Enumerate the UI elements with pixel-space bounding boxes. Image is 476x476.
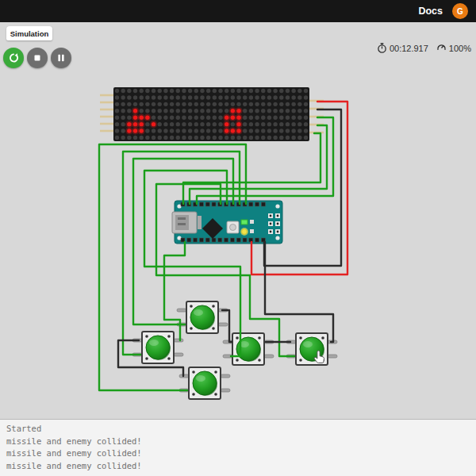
matrix-led-off: [304, 129, 308, 132]
matrix-led-on: [140, 116, 144, 120]
arduino-pin[interactable]: [205, 202, 209, 206]
pushbutton-cap[interactable]: [193, 371, 217, 395]
avatar[interactable]: G: [452, 3, 468, 19]
matrix-led-off: [194, 109, 198, 113]
matrix-led-off: [304, 89, 308, 93]
matrix-led-off: [243, 122, 247, 126]
pushbutton-right[interactable]: [286, 333, 337, 365]
arduino-pin[interactable]: [255, 202, 259, 206]
matrix-led-off: [225, 89, 228, 93]
arduino-pin[interactable]: [261, 202, 265, 206]
matrix-led-off: [182, 102, 186, 106]
matrix-led-off: [261, 122, 265, 126]
matrix-led-off: [115, 89, 119, 93]
matrix-led-off: [182, 109, 186, 113]
matrix-led-off: [261, 102, 265, 106]
arduino-pin[interactable]: [212, 202, 216, 206]
stop-simulation-button[interactable]: [27, 48, 48, 68]
matrix-led-off: [304, 109, 308, 113]
arduino-pin[interactable]: [187, 238, 191, 242]
pushbutton-cap[interactable]: [190, 305, 214, 329]
matrix-led-off: [243, 89, 247, 93]
matrix-led-off: [188, 89, 192, 93]
matrix-led-off: [170, 95, 174, 99]
matrix-led-off: [145, 129, 149, 132]
matrix-led-off: [267, 102, 271, 106]
arduino-pin[interactable]: [225, 238, 228, 242]
wire-black-12[interactable]: [265, 242, 333, 342]
arduino-pin[interactable]: [218, 238, 222, 242]
matrix-led-off: [206, 129, 210, 132]
matrix-led-off: [273, 122, 277, 126]
arduino-pin[interactable]: [199, 202, 203, 206]
pushbutton-screw: [299, 336, 302, 340]
matrix-led-off: [255, 89, 259, 93]
matrix-led-off: [298, 136, 301, 140]
tab-simulation[interactable]: Simulation: [6, 26, 52, 40]
matrix-led-off: [115, 109, 119, 113]
matrix-led-off: [152, 102, 155, 106]
pushbutton-left[interactable]: [132, 332, 183, 363]
matrix-led-off: [255, 109, 259, 113]
matrix-led-off: [163, 116, 167, 120]
matrix-led-off: [121, 136, 125, 140]
arduino-nano[interactable]: [172, 201, 282, 244]
matrix-led-off: [291, 116, 295, 120]
matrix-led-off: [145, 89, 149, 93]
arduino-pin[interactable]: [199, 238, 203, 242]
arduino-pin[interactable]: [236, 238, 240, 242]
arduino-pin[interactable]: [249, 202, 253, 206]
matrix-led-off: [140, 89, 144, 93]
pushbutton-cap[interactable]: [146, 336, 170, 359]
arduino-pin[interactable]: [243, 238, 247, 242]
matrix-led-off: [249, 89, 253, 93]
matrix-led-off: [279, 116, 283, 120]
matrix-led-off: [158, 95, 162, 99]
matrix-led-off: [206, 136, 210, 140]
matrix-led-off: [206, 95, 210, 99]
pushbutton-top[interactable]: [177, 301, 228, 333]
pushbutton-screw: [167, 335, 171, 338]
matrix-led-on: [231, 109, 235, 113]
arduino-pin[interactable]: [255, 238, 259, 242]
matrix-led-off: [231, 122, 235, 126]
arduino-pin[interactable]: [205, 238, 209, 242]
serial-console[interactable]: Startedmissile and enemy collided!missil…: [0, 419, 476, 476]
circuit-canvas: [0, 0, 476, 476]
pushbutton-leg: [177, 309, 186, 312]
console-line: missile and enemy collided!: [6, 460, 470, 473]
matrix-left-pin: [100, 109, 114, 111]
matrix-led-off: [304, 102, 308, 106]
pushbutton-bottom[interactable]: [179, 367, 230, 399]
matrix-led-off: [163, 102, 167, 106]
pause-simulation-button[interactable]: [51, 48, 71, 68]
matrix-led-off: [170, 102, 174, 106]
matrix-led-off: [213, 109, 217, 113]
matrix-led-off: [267, 109, 271, 113]
matrix-led-off: [206, 109, 210, 113]
matrix-led-off: [304, 122, 308, 126]
matrix-led-on: [127, 129, 131, 132]
led-matrix[interactable]: [100, 87, 324, 141]
matrix-led-off: [231, 89, 235, 93]
matrix-led-off: [291, 129, 295, 132]
pushbutton-middle[interactable]: [223, 333, 274, 365]
matrix-led-off: [200, 122, 204, 126]
matrix-led-off: [298, 129, 301, 132]
matrix-led-off: [231, 102, 235, 106]
matrix-led-off: [206, 89, 210, 93]
pushbutton-screw: [299, 359, 302, 362]
matrix-led-off: [291, 136, 295, 140]
arduino-pin[interactable]: [230, 238, 234, 242]
matrix-led-off: [273, 116, 277, 120]
docs-link[interactable]: Docs: [418, 6, 443, 17]
pushbutton-screw: [214, 370, 217, 374]
matrix-led-off: [279, 95, 283, 99]
matrix-led-off: [255, 102, 259, 106]
restart-simulation-button[interactable]: [3, 48, 24, 68]
arduino-pin[interactable]: [194, 238, 198, 242]
arduino-usb-shield: [198, 216, 202, 229]
matrix-led-off: [267, 89, 271, 93]
matrix-led-off: [170, 89, 174, 93]
matrix-led-off: [286, 102, 290, 106]
